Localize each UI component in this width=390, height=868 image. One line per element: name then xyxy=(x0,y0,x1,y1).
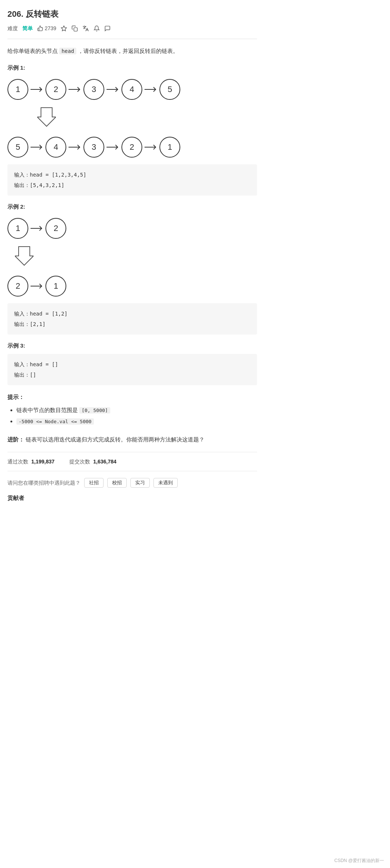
node-2-r: 2 xyxy=(121,137,142,158)
down-arrow-1 xyxy=(37,106,56,131)
example2-list-before: 1 2 xyxy=(7,218,66,239)
bell-icon[interactable] xyxy=(93,25,100,32)
hint2: -5000 <= Node.val <= 5000 xyxy=(16,416,257,427)
node-3: 3 xyxy=(83,79,104,100)
example1-code: 输入：head = [1,2,3,4,5] 输出：[5,4,3,2,1] xyxy=(7,164,257,196)
svg-rect-1 xyxy=(74,28,77,31)
problem-description: 给你单链表的头节点 head ，请你反转链表，并返回反转后的链表。 xyxy=(7,46,257,56)
translate-icon[interactable] xyxy=(82,25,89,32)
submit-count: 提交次数 1,636,784 xyxy=(69,457,116,466)
hint1-pre: 链表中节点的数目范围是 xyxy=(16,407,79,413)
svg-marker-6 xyxy=(37,108,56,126)
tag-xiaozao[interactable]: 校招 xyxy=(107,478,127,488)
svg-marker-12 xyxy=(15,247,34,265)
node-e2-1r: 1 xyxy=(45,276,66,297)
example1-title: 示例 1: xyxy=(7,63,257,72)
example2-code: 输入：head = [1,2] 输出：[2,1] xyxy=(7,303,257,335)
share-icon[interactable] xyxy=(72,25,78,32)
desc-part1: 给你单链表的头节点 xyxy=(7,48,59,54)
stats-row: 通过次数 1,199,837 提交次数 1,636,784 xyxy=(7,452,257,471)
submit-value: 1,636,784 xyxy=(93,457,116,466)
pass-count: 通过次数 1,199,837 xyxy=(7,457,54,466)
tags-row: 请问您在哪类招聘中遇到此题？ 社招 校招 实习 未遇到 xyxy=(7,478,257,488)
example2-diagram: 1 2 2 xyxy=(7,215,257,300)
arrow-e2-1-2 xyxy=(30,225,44,232)
star-icon[interactable] xyxy=(61,25,67,32)
likes-icon[interactable]: 2739 xyxy=(37,24,56,32)
problem-title: 206. 反转链表 xyxy=(7,7,257,20)
arrow-3-2 xyxy=(106,143,120,151)
arrow-1-2 xyxy=(30,86,44,93)
hints-list: 链表中节点的数目范围是 [0, 5000] -5000 <= Node.val … xyxy=(7,405,257,427)
hint2-code: -5000 <= Node.val <= 5000 xyxy=(16,418,94,425)
example2-output: 输出：[2,1] xyxy=(14,319,250,329)
advanced-text: 链表可以选用迭代或递归方式完成反转。你能否用两种方法解决这道题？ xyxy=(26,436,204,443)
meta-row: 难度 简单 2739 xyxy=(7,24,257,32)
arrow-e2-2-1 xyxy=(30,282,44,290)
main-container: 206. 反转链表 难度 简单 2739 给你单链表的头节点 head ，请你反… xyxy=(0,0,268,520)
svg-marker-0 xyxy=(61,26,67,31)
divider xyxy=(7,39,257,39)
tag-shixi[interactable]: 实习 xyxy=(130,478,150,488)
node-4-r: 4 xyxy=(45,137,66,158)
tag-shezao[interactable]: 社招 xyxy=(84,478,104,488)
hints-title: 提示： xyxy=(7,393,257,402)
desc-part2: ，请你反转链表，并返回反转后的链表。 xyxy=(76,48,178,54)
example1-list-before: 1 2 3 4 xyxy=(7,79,180,100)
example1-input: 输入：head = [1,2,3,4,5] xyxy=(14,170,250,180)
pass-label: 通过次数 xyxy=(7,457,28,466)
advanced-section: 进阶： 链表可以选用迭代或递归方式完成反转。你能否用两种方法解决这道题？ xyxy=(7,434,257,444)
example3-code: 输入：head = [] 输出：[] xyxy=(7,354,257,385)
node-1: 1 xyxy=(7,79,28,100)
example2-list-after: 2 1 xyxy=(7,276,66,297)
node-e2-2: 2 xyxy=(45,218,66,239)
node-e2-1: 1 xyxy=(7,218,28,239)
arrow-5-4 xyxy=(30,143,44,151)
example1-output: 输出：[5,4,3,2,1] xyxy=(14,180,250,190)
contributors-title: 贡献者 xyxy=(7,494,257,503)
example1-list-after: 5 4 3 2 xyxy=(7,137,180,158)
node-2: 2 xyxy=(45,79,66,100)
node-3-r: 3 xyxy=(83,137,104,158)
arrow-4-5 xyxy=(144,86,158,93)
example2-input: 输入：head = [1,2] xyxy=(14,308,250,319)
node-e2-2r: 2 xyxy=(7,276,28,297)
arrow-4-3 xyxy=(68,143,82,151)
pass-value: 1,199,837 xyxy=(31,457,54,466)
tags-question: 请问您在哪类招聘中遇到此题？ xyxy=(7,479,80,487)
arrow-2-1 xyxy=(144,143,158,151)
node-5-r: 5 xyxy=(7,137,28,158)
tag-weiyu[interactable]: 未遇到 xyxy=(153,478,178,488)
hint1: 链表中节点的数目范围是 [0, 5000] xyxy=(16,405,257,416)
arrow-3-4 xyxy=(106,86,120,93)
example3-input: 输入：head = [] xyxy=(14,359,250,370)
example1-diagram: 1 2 3 4 xyxy=(7,76,257,161)
submit-label: 提交次数 xyxy=(69,457,90,466)
node-5: 5 xyxy=(159,79,180,100)
advanced-label: 进阶： xyxy=(7,436,24,443)
example3-output: 输出：[] xyxy=(14,370,250,380)
comment-icon[interactable] xyxy=(104,25,111,32)
arrow-2-3 xyxy=(68,86,82,93)
hint1-code: [0, 5000] xyxy=(79,407,110,414)
hints-section: 提示： 链表中节点的数目范围是 [0, 5000] -5000 <= Node.… xyxy=(7,393,257,427)
example3-title: 示例 3: xyxy=(7,341,257,350)
example2-title: 示例 2: xyxy=(7,202,257,211)
likes-count: 2739 xyxy=(45,24,56,32)
node-1-r: 1 xyxy=(159,137,180,158)
difficulty-value: 简单 xyxy=(22,24,33,32)
difficulty-label: 难度 xyxy=(7,24,18,32)
node-4: 4 xyxy=(121,79,142,100)
desc-code: head xyxy=(59,48,76,54)
down-arrow-2 xyxy=(15,245,34,270)
